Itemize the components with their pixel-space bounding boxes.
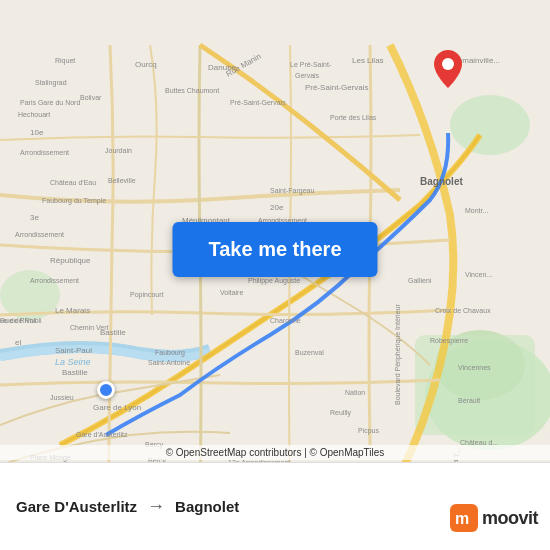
take-me-there-button[interactable]: Take me there — [172, 222, 377, 277]
route-from: Gare D'Austerlitz — [16, 498, 137, 515]
svg-text:Le Marais: Le Marais — [55, 306, 90, 315]
svg-text:Jourdain: Jourdain — [105, 147, 132, 154]
svg-text:Chemin Vert: Chemin Vert — [70, 324, 109, 331]
svg-text:Bérault: Bérault — [458, 397, 480, 404]
svg-text:Philippe Auguste: Philippe Auguste — [248, 277, 300, 285]
svg-point-77 — [442, 58, 454, 70]
svg-text:Saint-Fargeau: Saint-Fargeau — [270, 187, 314, 195]
svg-point-4 — [450, 95, 530, 155]
svg-text:Croix de Chavaux: Croix de Chavaux — [435, 307, 491, 314]
svg-text:Popincourt: Popincourt — [130, 291, 164, 299]
moovit-icon: m — [450, 504, 478, 532]
svg-text:Voltaire: Voltaire — [220, 289, 243, 296]
svg-text:Buzenval: Buzenval — [295, 349, 324, 356]
svg-text:Rue de Rivoli: Rue de Rivoli — [0, 317, 37, 324]
origin-marker — [97, 381, 115, 399]
svg-text:Reuilly: Reuilly — [330, 409, 352, 417]
svg-text:Picpus: Picpus — [358, 427, 380, 435]
svg-text:Arrondissement: Arrondissement — [15, 231, 64, 238]
svg-text:Gallieni: Gallieni — [408, 277, 432, 284]
svg-text:Belleville: Belleville — [108, 177, 136, 184]
svg-text:m: m — [455, 510, 469, 527]
svg-text:Le Pré-Saint-: Le Pré-Saint- — [290, 61, 332, 68]
svg-text:Ourcq: Ourcq — [135, 60, 157, 69]
svg-text:Bastille: Bastille — [62, 368, 88, 377]
svg-text:3e: 3e — [30, 213, 39, 222]
svg-text:Buttes Chaumont: Buttes Chaumont — [165, 87, 219, 94]
svg-text:20e: 20e — [270, 203, 284, 212]
svg-text:Porte des Lilas: Porte des Lilas — [330, 114, 377, 121]
svg-text:Charonne: Charonne — [270, 317, 301, 324]
destination-marker — [434, 50, 462, 92]
svg-text:Montr...: Montr... — [465, 207, 488, 214]
svg-text:Stalingrad: Stalingrad — [35, 79, 67, 87]
svg-text:République: République — [50, 256, 91, 265]
route-to: Bagnolet — [175, 498, 239, 515]
svg-text:Gervais: Gervais — [295, 72, 320, 79]
svg-text:Château d'Eau: Château d'Eau — [50, 179, 96, 186]
svg-text:Vincen...: Vincen... — [465, 271, 492, 278]
svg-text:Nation: Nation — [345, 389, 365, 396]
bottom-bar: Gare D'Austerlitz → Bagnolet m moovit — [0, 462, 550, 550]
route-arrow: → — [147, 496, 165, 517]
svg-text:Bolivar: Bolivar — [80, 94, 102, 101]
svg-text:Faubourg du Temple: Faubourg du Temple — [42, 197, 106, 205]
svg-text:10e: 10e — [30, 128, 44, 137]
svg-text:Arrondissement: Arrondissement — [30, 277, 79, 284]
moovit-brand-name: moovit — [482, 508, 538, 529]
svg-text:Les Lilas: Les Lilas — [352, 56, 384, 65]
svg-text:La Seine: La Seine — [55, 357, 91, 367]
svg-text:Pré-Saint-Gervais: Pré-Saint-Gervais — [230, 99, 286, 106]
svg-text:Riquet: Riquet — [55, 57, 75, 65]
moovit-logo: m moovit — [450, 504, 538, 532]
svg-text:Jussieu: Jussieu — [50, 394, 74, 401]
svg-text:Gare d'Austerlitz: Gare d'Austerlitz — [76, 431, 128, 438]
svg-text:Arrondissement: Arrondissement — [20, 149, 69, 156]
svg-text:Robespierre: Robespierre — [430, 337, 468, 345]
svg-text:Saint-Paul: Saint-Paul — [55, 346, 92, 355]
svg-text:Faubourg: Faubourg — [155, 349, 185, 357]
svg-text:Bagnolet: Bagnolet — [420, 176, 463, 187]
svg-text:Vincennes: Vincennes — [458, 364, 491, 371]
svg-text:Boulevard Périphérique Intérie: Boulevard Périphérique Intérieur — [394, 304, 402, 405]
svg-text:Paris Gare du Nord: Paris Gare du Nord — [20, 99, 80, 106]
svg-text:Hechouart: Hechouart — [18, 111, 50, 118]
svg-text:Saint-Antoine: Saint-Antoine — [148, 359, 190, 366]
svg-text:Gare de Lyon: Gare de Lyon — [93, 403, 141, 412]
attribution: © OpenStreetMap contributors | © OpenMap… — [0, 445, 550, 460]
svg-text:Pré-Saint-Gervais: Pré-Saint-Gervais — [305, 83, 369, 92]
map-container: 10e Arrondissement 3e Arrondissement 20e… — [0, 0, 550, 550]
svg-text:el: el — [15, 338, 21, 347]
